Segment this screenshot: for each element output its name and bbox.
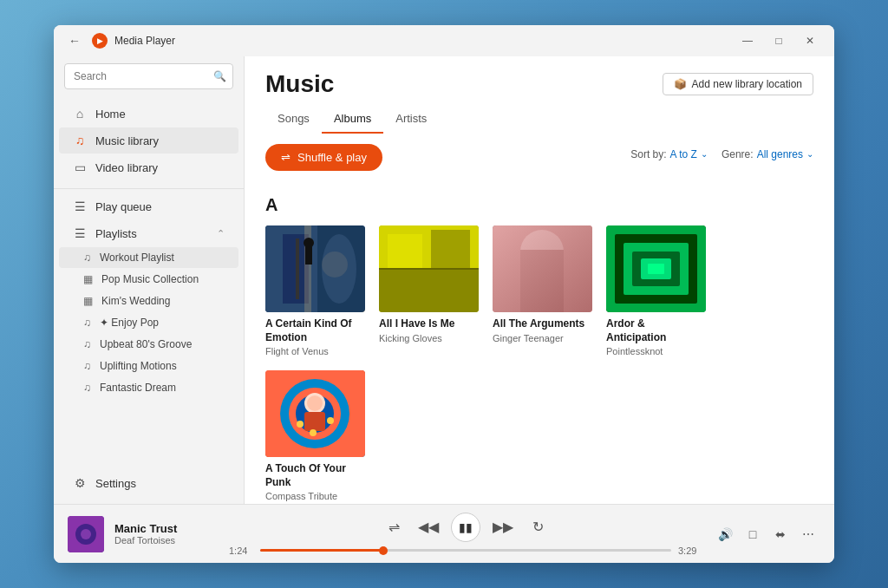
- sort-bar: Sort by: A to Z ⌄ Genre: All genres ⌄: [610, 148, 834, 167]
- content-area: 🔍 ⌂ Home ♫ Music library ▭ Video library: [54, 56, 834, 504]
- albums-scroll-area[interactable]: A: [245, 181, 834, 504]
- progress-thumb: [379, 546, 388, 555]
- tab-songs[interactable]: Songs: [265, 105, 322, 134]
- album-title: A Touch Of Your Punk: [265, 462, 365, 489]
- music-icon: ♫: [73, 134, 87, 147]
- svg-point-33: [327, 417, 334, 424]
- queue-icon: ☰: [73, 199, 87, 213]
- tab-albums[interactable]: Albums: [322, 105, 383, 134]
- add-library-button[interactable]: 📦 Add new library location: [663, 73, 813, 95]
- playlist-music-icon-3: ▦: [83, 295, 93, 307]
- divider: [54, 188, 244, 189]
- app-icon: ▶: [92, 33, 108, 49]
- playlists-header[interactable]: ☰ Playlists ⌃: [59, 221, 238, 245]
- section-a: A: [265, 195, 813, 215]
- genre-label: Genre:: [722, 148, 754, 160]
- sidebar-item-home-label: Home: [95, 108, 126, 121]
- more-options-button[interactable]: ⋯: [796, 522, 820, 546]
- home-icon: ⌂: [73, 107, 87, 121]
- tab-artists[interactable]: Artists: [383, 105, 439, 134]
- tabs: Songs Albums Artists: [265, 105, 813, 134]
- album-card[interactable]: Ardor & Anticipation Pointlessknot: [606, 225, 706, 356]
- prev-button[interactable]: ◀◀: [416, 515, 441, 539]
- album-artist: Pointlessknot: [606, 346, 706, 356]
- add-library-label: Add new library location: [692, 78, 802, 90]
- close-button[interactable]: ✕: [796, 30, 824, 51]
- svg-rect-30: [304, 412, 325, 431]
- album-title: All The Arguments: [493, 317, 592, 331]
- search-input[interactable]: [64, 63, 233, 89]
- shuffle-label: Shuffle & play: [297, 151, 367, 164]
- progress-bar-row: 1:24 3:29: [229, 546, 702, 556]
- miniplayer-button[interactable]: □: [741, 522, 765, 546]
- sidebar-item-settings[interactable]: ⚙ Settings: [59, 470, 238, 496]
- window-controls: — □ ✕: [734, 30, 824, 51]
- playlist-item-enjoy[interactable]: ♫ ✦ Enjoy Pop: [59, 312, 238, 333]
- next-button[interactable]: ▶▶: [491, 515, 515, 539]
- genre-value: All genres: [757, 148, 803, 160]
- sidebar-item-music-library[interactable]: ♫ Music library: [59, 127, 238, 154]
- playlists-icon: ☰: [73, 226, 87, 240]
- player-bar: Manic Trust Deaf Tortoises ⇌ ◀◀ ▮▮ ▶▶ ↻ …: [54, 504, 834, 563]
- playlist-music-icon-4: ♫: [83, 317, 91, 329]
- album-artist: Ginger Teenager: [493, 333, 592, 343]
- add-library-icon: 📦: [674, 78, 687, 90]
- album-art: [265, 225, 365, 312]
- sidebar-item-video-library[interactable]: ▭ Video library: [59, 154, 238, 180]
- playlist-fantastic-label: Fantastic Dream: [100, 382, 176, 394]
- playlist-item-pop[interactable]: ▦ Pop Music Collection: [59, 269, 238, 290]
- playlist-item-fantastic[interactable]: ♫ Fantastic Dream: [59, 377, 238, 398]
- repeat-button[interactable]: ↻: [526, 515, 550, 539]
- playlists-label: Playlists: [95, 227, 137, 240]
- playlist-music-icon-5: ♫: [83, 338, 91, 350]
- playlist-uplifting-label: Uplifting Motions: [100, 360, 177, 372]
- playlist-item-wedding[interactable]: ▦ Kim's Wedding: [59, 291, 238, 311]
- player-artist: Deaf Tortoises: [114, 535, 219, 546]
- volume-button[interactable]: 🔊: [713, 522, 737, 546]
- sidebar-item-music-label: Music library: [95, 134, 159, 147]
- playlist-item-upbeat[interactable]: ♫ Upbeat 80's Groove: [59, 334, 238, 355]
- shuffle-play-button[interactable]: ⇌ Shuffle & play: [265, 144, 382, 171]
- album-card[interactable]: A Touch Of Your Punk Compass Tribute: [265, 370, 365, 501]
- svg-point-56: [81, 529, 91, 539]
- progress-fill: [260, 549, 383, 552]
- sidebar-bottom: ⚙ Settings: [54, 469, 244, 504]
- album-artist: Compass Tribute: [265, 491, 365, 501]
- svg-rect-8: [305, 247, 312, 265]
- minimize-button[interactable]: —: [734, 30, 761, 51]
- settings-icon: ⚙: [73, 476, 87, 490]
- playlist-item-uplifting[interactable]: ♫ Uplifting Motions: [59, 356, 238, 376]
- sidebar-item-home[interactable]: ⌂ Home: [59, 101, 238, 127]
- sort-value: A to Z: [670, 148, 697, 160]
- playlist-workout-label: Workout Playlist: [100, 252, 174, 264]
- album-card[interactable]: All I Have Is Me Kicking Gloves: [379, 225, 479, 356]
- playlist-music-icon-2: ▦: [83, 273, 93, 285]
- play-queue-label: Play queue: [95, 200, 152, 213]
- sidebar-item-play-queue[interactable]: ☰ Play queue: [59, 193, 238, 219]
- back-button[interactable]: ←: [64, 30, 85, 51]
- total-time: 3:29: [678, 546, 702, 556]
- svg-rect-6: [296, 238, 299, 299]
- album-title: Ardor & Anticipation: [606, 317, 706, 344]
- fullscreen-button[interactable]: ⬌: [768, 522, 793, 546]
- maximize-button[interactable]: □: [765, 30, 793, 51]
- page-title: Music: [265, 70, 334, 98]
- progress-track[interactable]: [260, 549, 671, 552]
- sort-control[interactable]: Sort by: A to Z ⌄: [630, 148, 708, 160]
- playlist-upbeat-label: Upbeat 80's Groove: [100, 338, 192, 350]
- shuffle-button[interactable]: ⇌: [382, 515, 406, 539]
- album-art: [265, 370, 365, 457]
- collapse-icon: ⌃: [217, 228, 225, 239]
- playlist-pop-label: Pop Music Collection: [101, 273, 199, 285]
- playlist-enjoy-label: ✦ Enjoy Pop: [100, 317, 159, 329]
- genre-control[interactable]: Genre: All genres ⌄: [722, 148, 813, 160]
- album-card[interactable]: All The Arguments Ginger Teenager: [493, 225, 592, 356]
- player-right-controls: 🔊 □ ⬌ ⋯: [713, 522, 820, 546]
- album-card[interactable]: A Certain Kind Of Emotion Flight of Venu…: [265, 225, 365, 356]
- svg-rect-13: [379, 269, 479, 312]
- album-title: A Certain Kind Of Emotion: [265, 317, 365, 344]
- album-artist: Flight of Venus: [265, 346, 365, 356]
- player-controls: ⇌ ◀◀ ▮▮ ▶▶ ↻: [382, 513, 550, 542]
- playlist-item-workout[interactable]: ♫ Workout Playlist: [59, 247, 238, 268]
- play-pause-button[interactable]: ▮▮: [451, 513, 480, 542]
